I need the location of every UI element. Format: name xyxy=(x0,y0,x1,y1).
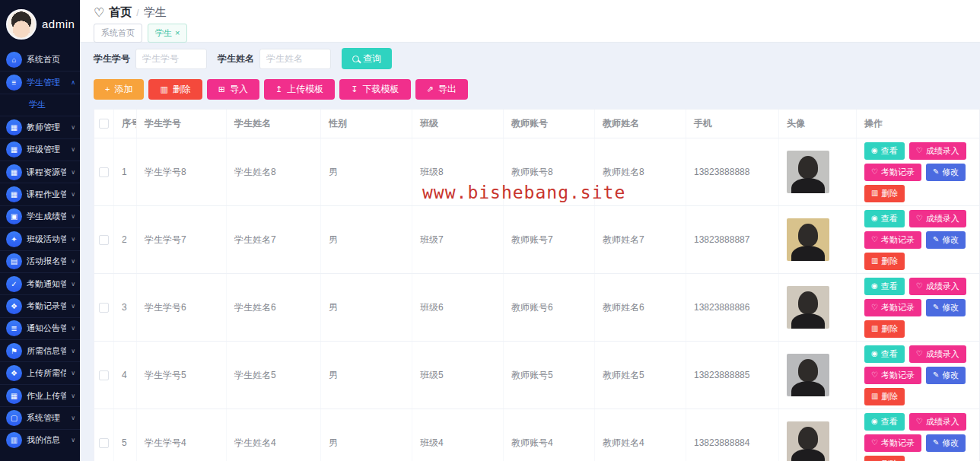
row-action-eye-teal[interactable]: ◉ 查看 xyxy=(864,345,905,363)
row-checkbox[interactable] xyxy=(99,303,109,313)
row-action-edit-blue[interactable]: ✎ 修改 xyxy=(926,299,966,316)
table-row: 3 学生学号6 学生姓名6 男 班级6 教师账号6 教师姓名6 13823888… xyxy=(94,273,979,341)
row-action-heart-pink[interactable]: ♡ 考勤记录 xyxy=(864,367,921,384)
toolbar-button-export[interactable]: ⇗ 导出 xyxy=(415,79,468,100)
column-header: 班级 xyxy=(412,110,504,138)
cell-operations: ◉ 查看 ♡ 成绩录入 ♡ 考勤记录 ✎ 修改 ▥ 删除 xyxy=(857,342,979,409)
row-action-heart-pink[interactable]: ♡ 成绩录入 xyxy=(909,413,966,431)
toolbar-button-label: 上传模板 xyxy=(287,83,323,96)
row-action-heart-pink[interactable]: ♡ 成绩录入 xyxy=(909,210,966,227)
sidebar-menu-item[interactable]: ▦ 课程作业管理 ∨ xyxy=(0,183,80,205)
table-row: 2 学生学号7 学生姓名7 男 班级7 教师账号7 教师姓名7 13823888… xyxy=(94,205,979,273)
sidebar-menu-item[interactable]: ▣ 学生成绩管理 ∨ xyxy=(0,205,80,227)
row-action-trash-red[interactable]: ▥ 删除 xyxy=(864,253,905,270)
row-action-eye-teal[interactable]: ◉ 查看 xyxy=(864,413,905,431)
breadcrumb-home[interactable]: 首页 xyxy=(109,5,132,20)
row-action-trash-red[interactable]: ▥ 删除 xyxy=(864,456,905,461)
toolbar-button-download[interactable]: ↧ 下载模板 xyxy=(339,79,410,100)
row-action-trash-red[interactable]: ▥ 删除 xyxy=(864,320,905,338)
row-action-edit-blue[interactable]: ✎ 修改 xyxy=(926,434,966,452)
row-action-heart-pink[interactable]: ♡ 成绩录入 xyxy=(909,278,966,295)
column-header xyxy=(94,110,114,138)
edit-icon: ✎ xyxy=(933,439,939,447)
tab[interactable]: 系统首页 xyxy=(94,24,142,43)
row-action-heart-pink[interactable]: ♡ 考勤记录 xyxy=(864,299,921,316)
plus-icon: + xyxy=(105,85,110,94)
user-profile[interactable]: admin xyxy=(0,0,80,47)
sidebar-menu-item[interactable]: ≡ 学生管理 ∧ xyxy=(0,71,80,93)
toolbar-button-label: 删除 xyxy=(173,83,191,96)
row-action-label: 成绩录入 xyxy=(926,145,959,157)
sidebar-menu-item[interactable]: ▢ 系统管理 ∨ xyxy=(0,406,80,428)
row-checkbox[interactable] xyxy=(99,370,109,380)
row-checkbox[interactable] xyxy=(99,438,109,448)
row-action-heart-pink[interactable]: ♡ 成绩录入 xyxy=(909,142,966,160)
row-action-heart-pink[interactable]: ♡ 成绩录入 xyxy=(909,345,966,363)
column-header: 学生姓名 xyxy=(227,110,321,138)
row-action-edit-blue[interactable]: ✎ 修改 xyxy=(926,164,966,181)
row-action-eye-teal[interactable]: ◉ 查看 xyxy=(864,210,905,227)
sidebar-menu-item[interactable]: ▥ 我的信息 ∨ xyxy=(0,429,80,451)
sidebar-menu: ⌂ 系统首页 ≡ 学生管理 ∧ 学生 ▦ 教师管理 ∨ ▦ 班级管理 ∨ ▦ 课… xyxy=(0,47,80,461)
chevron-up-icon: ∧ xyxy=(71,79,77,86)
sidebar-menu-item[interactable]: ⚑ 所需信息管理 ∨ xyxy=(0,339,80,361)
grid-icon: ▦ xyxy=(6,164,22,180)
table-body: 1 学生学号8 学生姓名8 男 班级8 教师账号8 教师姓名8 13823888… xyxy=(94,138,979,461)
row-action-heart-pink[interactable]: ♡ 考勤记录 xyxy=(864,434,921,452)
menu-item-label: 系统首页 xyxy=(27,54,71,65)
sidebar-menu-item[interactable]: ❖ 考勤记录管理 ∨ xyxy=(0,294,80,316)
chevron-down-icon: ∨ xyxy=(71,437,77,444)
sidebar-menu-item[interactable]: ⌂ 系统首页 xyxy=(0,49,80,71)
row-checkbox[interactable] xyxy=(99,167,109,177)
cell-operations: ◉ 查看 ♡ 成绩录入 ♡ 考勤记录 ✎ 修改 ▥ 删除 xyxy=(857,138,979,205)
toolbar-button-trash[interactable]: ▥ 删除 xyxy=(148,79,202,100)
student-id-input[interactable] xyxy=(135,49,207,69)
search-button[interactable]: 查询 xyxy=(342,48,392,69)
toolbar-button-import[interactable]: ⊞ 导入 xyxy=(207,79,259,100)
trash-icon: ▥ xyxy=(871,325,878,332)
row-action-trash-red[interactable]: ▥ 删除 xyxy=(864,388,905,405)
toolbar-button-upload[interactable]: ↥ 上传模板 xyxy=(264,79,335,100)
sidebar-menu-item[interactable]: ▦ 作业上传管理 ∨ xyxy=(0,384,80,406)
cell-student-id: 学生学号5 xyxy=(137,342,227,409)
sidebar-submenu-item[interactable]: 学生 xyxy=(0,94,80,116)
row-action-edit-blue[interactable]: ✎ 修改 xyxy=(926,231,966,249)
cell-teacher-account: 教师账号4 xyxy=(504,409,595,461)
heart-icon: ♡ xyxy=(871,236,878,243)
cell-student-id: 学生学号8 xyxy=(137,138,227,205)
row-action-label: 查看 xyxy=(881,281,898,292)
trash-icon: ▥ xyxy=(871,393,878,400)
cell-class: 班级4 xyxy=(412,409,504,461)
row-action-label: 删除 xyxy=(881,391,898,402)
sidebar-menu-item[interactable]: ▦ 班级管理 ∨ xyxy=(0,138,80,161)
tab[interactable]: 学生 × xyxy=(148,24,187,43)
cell-teacher-account: 教师账号7 xyxy=(504,206,595,273)
row-action-heart-pink[interactable]: ♡ 考勤记录 xyxy=(864,164,921,181)
row-action-edit-blue[interactable]: ✎ 修改 xyxy=(926,367,966,384)
sidebar-menu-item[interactable]: ▦ 课程资源管理 ∨ xyxy=(0,161,80,183)
sidebar-menu-item[interactable]: ▤ 活动报名管理 ∨ xyxy=(0,250,80,272)
tab-close-icon[interactable]: × xyxy=(175,29,180,37)
menu-item-label: 作业上传管理 xyxy=(27,390,66,402)
table-row: 5 学生学号4 学生姓名4 男 班级4 教师账号4 教师姓名4 13823888… xyxy=(94,409,979,461)
row-action-label: 修改 xyxy=(942,370,959,381)
cell-teacher-name: 教师姓名5 xyxy=(595,342,686,409)
table-card: 序号学生学号学生姓名性别班级教师账号教师姓名手机头像操作 1 学生学号8 学生姓… xyxy=(94,109,980,461)
edit-icon: ✎ xyxy=(933,236,939,243)
select-all-checkbox[interactable] xyxy=(99,119,109,129)
chevron-down-icon: ∨ xyxy=(71,348,77,354)
grid-icon: ▦ xyxy=(6,119,22,135)
search-icon xyxy=(352,56,359,62)
student-name-input[interactable] xyxy=(259,49,331,69)
row-checkbox[interactable] xyxy=(99,235,109,245)
row-action-eye-teal[interactable]: ◉ 查看 xyxy=(864,142,905,160)
row-action-heart-pink[interactable]: ♡ 考勤记录 xyxy=(864,231,921,249)
row-action-eye-teal[interactable]: ◉ 查看 xyxy=(864,278,905,295)
sidebar-menu-item[interactable]: ≣ 通知公告管理 ∨ xyxy=(0,317,80,339)
toolbar-button-plus[interactable]: + 添加 xyxy=(94,79,144,100)
row-action-trash-red[interactable]: ▥ 删除 xyxy=(864,185,905,202)
sidebar-menu-item[interactable]: ✓ 考勤通知管理 ∨ xyxy=(0,272,80,294)
sidebar-menu-item[interactable]: ❖ 上传所需信息管理 ∨ xyxy=(0,361,80,383)
sidebar-menu-item[interactable]: ✦ 班级活动管理 ∨ xyxy=(0,227,80,250)
sidebar-menu-item[interactable]: ▦ 教师管理 ∨ xyxy=(0,116,80,138)
